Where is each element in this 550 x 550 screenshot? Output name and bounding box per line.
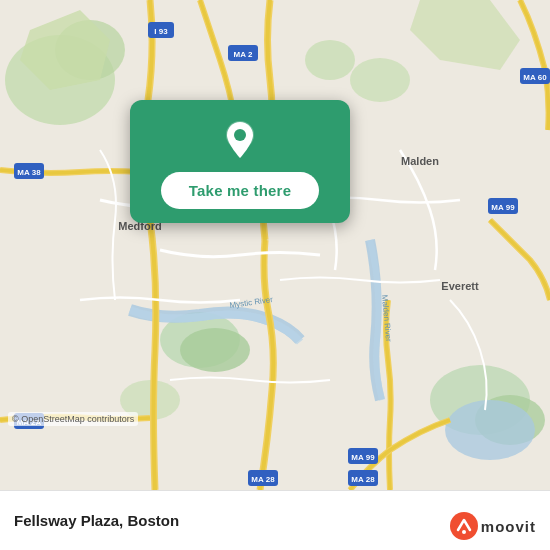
svg-text:I 93: I 93 (154, 27, 168, 36)
svg-text:MA 28: MA 28 (251, 475, 275, 484)
svg-point-40 (450, 512, 478, 540)
location-popup: Take me there (130, 100, 350, 223)
svg-point-5 (350, 58, 410, 102)
svg-text:MA 99: MA 99 (491, 203, 515, 212)
svg-point-8 (180, 328, 250, 372)
take-me-there-button[interactable]: Take me there (161, 172, 319, 209)
location-pin-icon (218, 118, 262, 162)
svg-text:MA 28: MA 28 (351, 475, 375, 484)
svg-text:MA 2: MA 2 (234, 50, 253, 59)
map-attribution: © OpenStreetMap contributors (8, 412, 138, 426)
moovit-logo: moovit (450, 512, 536, 540)
svg-point-4 (305, 40, 355, 80)
svg-text:MA 99: MA 99 (351, 453, 375, 462)
location-title: Fellsway Plaza, Boston (14, 512, 179, 529)
moovit-text: moovit (481, 518, 536, 535)
svg-text:Malden: Malden (401, 155, 439, 167)
map-view: I 93 I 93 MA 38 MA 2 MA 60 MA 99 MA 2A M… (0, 0, 550, 490)
svg-point-12 (445, 400, 535, 460)
svg-text:Everett: Everett (441, 280, 479, 292)
svg-text:MA 38: MA 38 (17, 168, 41, 177)
moovit-logo-icon (450, 512, 478, 540)
svg-point-39 (234, 129, 246, 141)
bottom-bar: Fellsway Plaza, Boston moovit (0, 490, 550, 550)
svg-point-41 (462, 530, 466, 534)
svg-text:MA 60: MA 60 (523, 73, 547, 82)
